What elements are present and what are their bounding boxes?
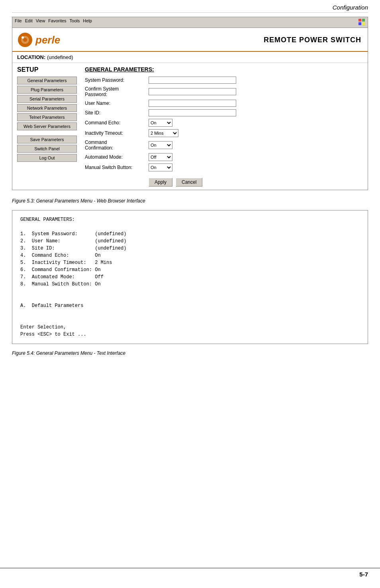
input-confirm-password[interactable] [149,88,236,95]
svg-rect-3 [362,22,365,25]
param-row-command-confirmation: CommandConfirmation: On Off [85,140,363,151]
terminal-window: GENERAL PARAMETERS: 1. System Password: … [12,210,368,344]
terminal-content: GENERAL PARAMETERS: 1. System Password: … [20,216,360,338]
apply-button[interactable]: Apply [149,178,172,187]
params-title: GENERAL PARAMETERS: [85,66,363,73]
param-row-username: User Name: [85,100,363,107]
terminal-body: GENERAL PARAMETERS: 1. System Password: … [12,210,368,344]
label-username: User Name: [85,100,149,106]
param-row-system-password: System Password: [85,77,363,84]
param-row-confirm-password: Confirm SystemPassword: [85,86,363,97]
svg-rect-2 [358,22,361,25]
param-row-inactivity-timeout: Inactivity Timeout: 2 Mins 5 Mins Never [85,129,363,137]
sidebar-item-switch-panel[interactable]: Switch Panel [17,145,77,153]
page-number: 5-7 [359,571,368,578]
sidebar-item-network-params[interactable]: Network Parameters [17,104,77,112]
content-layout: SETUP General Parameters Plug Parameters… [12,63,368,190]
select-manual-switch[interactable]: On Off [149,163,172,171]
setup-title: SETUP [17,66,77,73]
page-header-title: Configuration [333,4,368,11]
svg-rect-0 [358,19,361,22]
param-row-site-id: Site ID: [85,109,363,116]
browser-toolbar: File Edit View Favorites Tools Help [12,17,368,28]
select-inactivity-timeout[interactable]: 2 Mins 5 Mins Never [149,129,178,137]
sidebar-item-webserver-params[interactable]: Web Server Parameters [17,122,77,130]
label-command-confirmation: CommandConfirmation: [85,140,149,151]
label-automated-mode: Automated Mode: [85,154,149,160]
perle-logo: perle [17,32,60,48]
sidebar-item-save-params[interactable]: Save Parameters [17,136,77,144]
input-site-id[interactable] [149,109,236,116]
perle-logo-svg [17,32,33,48]
menu-file[interactable]: File [15,18,22,26]
cancel-button[interactable]: Cancel [176,178,202,187]
param-row-automated-mode: Automated Mode: On Off [85,153,363,161]
label-inactivity-timeout: Inactivity Timeout: [85,130,149,136]
select-command-confirmation[interactable]: On Off [149,141,172,149]
menu-favorites[interactable]: Favorites [48,18,66,26]
sidebar-item-general-params[interactable]: General Parameters [17,77,77,85]
menu-tools[interactable]: Tools [70,18,80,26]
input-system-password[interactable] [149,77,236,84]
menu-help[interactable]: Help [83,18,92,26]
location-label: LOCATION: [17,54,45,60]
select-command-echo[interactable]: On Off [149,119,172,127]
menu-view[interactable]: View [36,18,45,26]
page-header: Configuration [0,0,380,12]
figure1-caption: Figure 5.3: General Parameters Menu - We… [12,196,368,210]
location-value: (undefined) [47,54,73,60]
select-automated-mode[interactable]: On Off [149,153,172,161]
perle-header: perle REMOTE POWER SWITCH [12,28,368,52]
label-system-password: System Password: [85,77,149,83]
perle-logo-text: perle [35,34,60,46]
label-manual-switch: Manual Switch Button: [85,165,149,170]
browser-window: File Edit View Favorites Tools Help [12,17,368,190]
label-site-id: Site ID: [85,110,149,116]
figure2-caption: Figure 5.4: General Parameters Menu - Te… [12,348,368,362]
svg-point-7 [22,36,24,39]
param-row-manual-switch: Manual Switch Button: On Off [85,163,363,171]
svg-rect-1 [362,19,365,22]
main-content: File Edit View Favorites Tools Help [0,13,380,370]
sidebar-item-telnet-params[interactable]: Telnet Parameters [17,113,77,121]
menu-edit[interactable]: Edit [25,18,33,26]
input-username[interactable] [149,100,236,107]
sidebar-item-serial-params[interactable]: Serial Parameters [17,95,77,103]
sidebar: SETUP General Parameters Plug Parameters… [17,66,77,187]
param-row-command-echo: Command Echo: On Off [85,119,363,127]
windows-icon [358,18,365,26]
params-area: GENERAL PARAMETERS: System Password: Con… [77,66,363,187]
label-confirm-password: Confirm SystemPassword: [85,86,149,97]
location-bar: LOCATION: (undefined) [12,52,368,63]
sidebar-item-log-out[interactable]: Log Out [17,154,77,162]
page-footer: 5-7 [0,568,380,580]
browser-body: perle REMOTE POWER SWITCH LOCATION: (und… [12,28,368,190]
sidebar-item-plug-params[interactable]: Plug Parameters [17,86,77,94]
label-command-echo: Command Echo: [85,120,149,126]
perle-site-title: REMOTE POWER SWITCH [264,36,361,44]
buttons-row: Apply Cancel [149,178,363,187]
svg-point-6 [23,38,27,42]
